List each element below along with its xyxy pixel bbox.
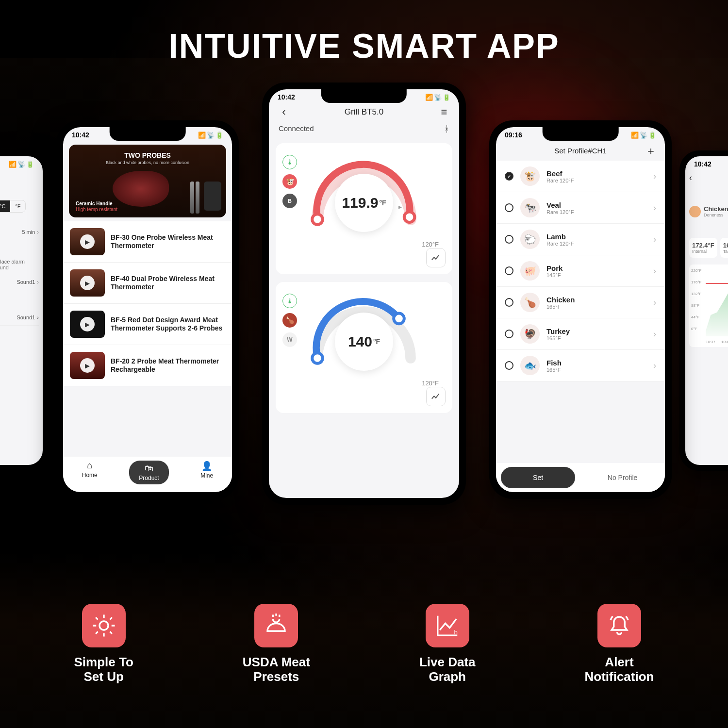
sound-row-1[interactable]: Sound1›	[0, 274, 39, 290]
bluetooth-icon: ᚼ	[444, 124, 449, 134]
unit-c[interactable]: °C	[0, 200, 10, 212]
meat-icon[interactable]: 🐮	[282, 174, 297, 189]
product-label: BF-20 2 Probe Meat Thermometer Rechargea…	[111, 357, 225, 374]
product-thumbnail: ▶	[70, 228, 105, 255]
alarm-section-label: eplace alarm sound	[0, 240, 39, 274]
y-tick: 220°F	[691, 268, 701, 273]
live-graph[interactable]: 220°F176°F132°F88°F44°F0°F 10:37 10:43	[689, 265, 728, 347]
chevron-right-icon: ›	[653, 234, 656, 245]
gauge-card-2: 🌡 🍗 W 140°F 120°F	[276, 282, 452, 413]
menu-button[interactable]: ≡	[438, 106, 450, 118]
radio[interactable]	[505, 203, 513, 212]
phone-products: 10:42 📶📡🔋 TWO PROBES Black and white pro…	[56, 120, 239, 499]
unit-f[interactable]: °F	[10, 200, 25, 212]
status-icons: 📶📡🔋	[630, 131, 656, 139]
tab-product[interactable]: 🛍Product	[129, 461, 168, 484]
hero-banner[interactable]: TWO PROBES Black and white probes, no mo…	[69, 145, 226, 217]
hero-subtitle: Black and white probes, no more confusio…	[69, 160, 226, 165]
chevron-right-icon: ›	[653, 329, 656, 339]
meat-row[interactable]: 🦃 Turkey 165°F ›	[496, 318, 665, 350]
phone-profiles: 09:16 📶📡🔋 Set Profile#CH1 ＋ 🐮 Beef Rare …	[489, 120, 672, 499]
tab-mine[interactable]: 👤Mine	[200, 461, 213, 484]
meat-name: Lamb	[546, 232, 646, 241]
chart-button-1[interactable]	[426, 248, 446, 267]
interval-row[interactable]: 5 min›	[0, 224, 39, 240]
radio[interactable]	[505, 235, 513, 244]
meat-type-icon: 🐑	[520, 230, 540, 249]
meat-name: Chicken	[546, 296, 646, 304]
gauge-target-1: 120°F	[422, 241, 439, 248]
meat-row[interactable]: 🍗 Chicken 165°F ›	[496, 287, 665, 318]
product-thumbnail: ▶	[70, 269, 105, 297]
play-icon: ▶	[80, 276, 95, 290]
meat-sub: Rare 120°F	[546, 241, 646, 247]
probe-w-badge[interactable]: W	[282, 332, 297, 347]
phone-graph-partial: 10:42 ‹ Chicken Doneness 172.4°F Interna…	[679, 150, 728, 471]
add-profile-button[interactable]: ＋	[645, 144, 656, 158]
status-time: 10:42	[694, 160, 711, 168]
thermometer-icon[interactable]: 🌡	[282, 294, 297, 308]
no-profile-button[interactable]: No Profile	[580, 467, 665, 488]
meat-row[interactable]: 🐑 Lamb Rare 120°F ›	[496, 224, 665, 255]
radio[interactable]	[505, 361, 513, 370]
feature-presets: USDA MeatPresets	[243, 604, 310, 684]
status-icons: 📶📡🔋	[8, 160, 34, 168]
y-tick: 44°F	[691, 315, 699, 319]
play-icon: ▶	[80, 358, 95, 373]
meat-row[interactable]: 🐟 Fish 165°F ›	[496, 350, 665, 381]
product-item[interactable]: ▶ BF-20 2 Probe Meat Thermometer Recharg…	[63, 345, 232, 386]
meat-type-icon: 🐮	[520, 166, 540, 186]
status-icons: 📶📡🔋	[197, 131, 223, 139]
meat-type-icon: 🍗	[520, 293, 540, 312]
feature-alert: AlertNotification	[584, 604, 654, 684]
sound-row-2[interactable]: Sound1›	[0, 310, 39, 326]
probe-b-badge[interactable]: B	[282, 194, 297, 208]
chevron-right-icon: ›	[653, 361, 656, 371]
chevron-right-icon: ›	[653, 203, 656, 213]
svg-text:h: h	[454, 629, 458, 636]
meat-sub: Rare 120°F	[546, 209, 646, 215]
status-time: 10:42	[72, 131, 89, 139]
back-button[interactable]: ‹	[689, 173, 728, 183]
turkey-icon	[254, 604, 298, 647]
gauge-target-2: 120°F	[422, 380, 439, 387]
meat-type-icon: 🦃	[520, 324, 540, 344]
y-tick: 88°F	[691, 303, 699, 308]
meat-name: Turkey	[546, 327, 646, 335]
product-item[interactable]: ▶ BF-5 Red Dot Design Award Meat Thermom…	[63, 304, 232, 345]
set-button[interactable]: Set	[501, 467, 575, 488]
screen-title: Grill BT5.0	[345, 107, 383, 117]
chart-button-2[interactable]	[426, 387, 446, 406]
radio[interactable]	[505, 172, 513, 181]
product-item[interactable]: ▶ BF-40 Dual Probe Wireless Meat Thermom…	[63, 263, 232, 304]
status-icons: 📶📡🔋	[424, 93, 450, 101]
product-item[interactable]: ▶ BF-30 One Probe Wireless Meat Thermome…	[63, 221, 232, 263]
profile-title: Set Profile#CH1	[554, 147, 607, 155]
meat-name: Veal	[546, 201, 646, 209]
radio[interactable]	[505, 298, 513, 307]
meat-name: Fish	[546, 359, 646, 367]
meat-icon[interactable]: 🍗	[282, 313, 297, 328]
meat-row[interactable]: 🐖 Pork 145°F ›	[496, 255, 665, 287]
internal-value-card: 172.4°F Internal	[689, 238, 717, 258]
thermometer-icon[interactable]: 🌡	[282, 155, 297, 169]
meat-row[interactable]: 🐮 Beef Rare 120°F ›	[496, 161, 665, 192]
bell-icon	[597, 604, 641, 647]
hero-title: TWO PROBES	[69, 151, 226, 159]
play-icon: ▶	[80, 234, 95, 249]
svg-point-1	[404, 212, 415, 222]
unit-toggle[interactable]: °C °F	[0, 200, 26, 213]
meat-row[interactable]: 🐄 Veal Rare 120°F ›	[496, 192, 665, 224]
tab-home[interactable]: ⌂Home	[82, 461, 98, 484]
meat-type-icon: 🐖	[520, 261, 540, 281]
phone-dashboard: 10:42 📶📡🔋 ‹ Grill BT5.0 ≡ Connected ᚼ 🌡 …	[262, 83, 466, 505]
product-thumbnail: ▶	[70, 352, 105, 379]
gauge-value-2: 140°F	[335, 313, 393, 371]
radio[interactable]	[505, 266, 513, 275]
product-label: BF-40 Dual Probe Wireless Meat Thermomet…	[111, 275, 225, 292]
chart-icon: h	[426, 604, 469, 647]
back-button[interactable]: ‹	[278, 106, 290, 118]
radio[interactable]	[505, 330, 513, 338]
svg-point-2	[312, 353, 323, 364]
status-time: 10:42	[278, 93, 295, 101]
